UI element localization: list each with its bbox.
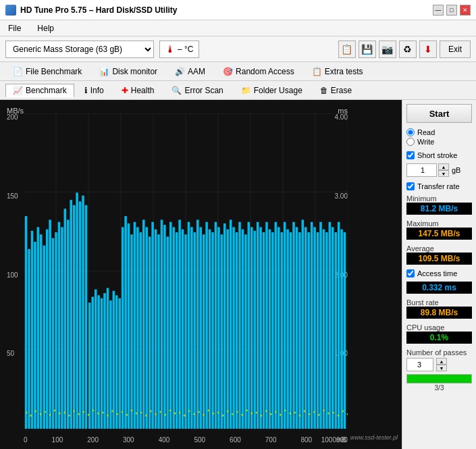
extra-tests-icon: 📋: [312, 67, 322, 76]
aam-label: AAM: [188, 67, 205, 76]
short-stroke-down[interactable]: ▼: [438, 170, 449, 177]
tab-random-access[interactable]: 🎯 Random Access: [215, 65, 302, 78]
read-radio-label[interactable]: Read: [406, 128, 472, 136]
svg-rect-78: [215, 222, 217, 429]
toolbar-icons: 📋 💾 📷 ♻ ⬇ Exit: [338, 41, 471, 58]
tab-aam[interactable]: 🔊 AAM: [167, 65, 213, 78]
svg-point-151: [164, 414, 166, 416]
icon-btn-4[interactable]: ♻: [399, 41, 417, 58]
svg-rect-66: [178, 219, 181, 429]
transfer-rate-checkbox[interactable]: [406, 182, 415, 190]
svg-point-181: [309, 413, 311, 415]
short-stroke-input[interactable]: [406, 163, 437, 177]
icon-btn-3[interactable]: 📷: [379, 41, 396, 58]
svg-rect-60: [161, 219, 163, 429]
passes-input[interactable]: [406, 358, 433, 371]
svg-rect-83: [230, 219, 232, 429]
svg-rect-23: [49, 219, 51, 429]
read-radio[interactable]: [406, 128, 415, 136]
access-time-checkbox-row[interactable]: Access time: [406, 269, 472, 278]
minimize-button[interactable]: —: [433, 5, 444, 16]
disk-monitor-label: Disk monitor: [112, 67, 157, 76]
average-block: Average 109.5 MB/s: [406, 244, 472, 265]
tabs-row-2: 📈 Benchmark ℹ Info ✚ Health 🔍 Error Scan…: [0, 81, 476, 100]
maximum-label: Maximum: [406, 219, 472, 228]
svg-point-142: [121, 411, 123, 413]
short-stroke-checkbox[interactable]: [406, 151, 415, 159]
start-button[interactable]: Start: [406, 104, 472, 123]
passes-row: ▲ ▼: [406, 358, 472, 371]
temperature-value: – °C: [178, 45, 193, 54]
svg-rect-67: [182, 230, 184, 429]
tab-file-benchmark[interactable]: 📄 File Benchmark: [5, 65, 89, 78]
device-select[interactable]: Generic Mass Storage (63 gB): [5, 41, 154, 58]
menu-help[interactable]: Help: [34, 22, 57, 34]
svg-rect-109: [307, 232, 310, 429]
icon-btn-5[interactable]: ⬇: [419, 41, 437, 58]
app-icon: [5, 5, 16, 16]
cpu-usage-block: CPU usage 0.1%: [406, 323, 472, 344]
svg-point-159: [203, 414, 205, 416]
svg-rect-91: [253, 231, 256, 429]
tab-folder-usage[interactable]: 📁 Folder Usage: [234, 84, 310, 97]
app-title: HD Tune Pro 5.75 – Hard Disk/SSD Utility: [20, 5, 178, 15]
tab-error-scan[interactable]: 🔍 Error Scan: [164, 84, 230, 97]
svg-rect-77: [211, 232, 214, 429]
short-stroke-up[interactable]: ▲: [438, 163, 449, 170]
tab-disk-monitor[interactable]: 📊 Disk monitor: [92, 65, 165, 78]
tab-erase[interactable]: 🗑 Erase: [313, 84, 359, 97]
tab-benchmark[interactable]: 📈 Benchmark: [5, 84, 74, 97]
read-write-group: Read Write: [406, 128, 472, 146]
svg-rect-57: [151, 222, 154, 429]
tab-info[interactable]: ℹ Info: [77, 84, 111, 97]
erase-label: Erase: [331, 86, 352, 95]
menu-bar: File Help: [0, 20, 476, 36]
exit-button[interactable]: Exit: [440, 41, 471, 58]
icon-btn-2[interactable]: 💾: [359, 41, 376, 58]
passes-down[interactable]: ▼: [436, 365, 447, 371]
svg-rect-51: [134, 222, 136, 429]
write-radio-label[interactable]: Write: [406, 138, 472, 146]
svg-rect-63: [169, 222, 172, 429]
svg-point-187: [337, 415, 339, 417]
tab-health[interactable]: ✚ Health: [114, 84, 162, 97]
svg-rect-41: [103, 293, 106, 429]
window-controls[interactable]: — □ ✕: [433, 5, 471, 16]
close-button[interactable]: ✕: [460, 5, 471, 16]
svg-rect-89: [248, 222, 250, 429]
svg-rect-94: [263, 232, 265, 429]
menu-file[interactable]: File: [5, 22, 24, 34]
svg-rect-55: [145, 227, 148, 429]
x-200: 200: [87, 436, 99, 444]
access-time-checkbox[interactable]: [406, 269, 415, 278]
svg-rect-30: [70, 200, 72, 429]
x-axis-unit: 1000mB: [321, 436, 346, 444]
write-radio[interactable]: [406, 138, 415, 146]
svg-point-130: [63, 411, 65, 413]
minimum-block: Minimum 81.2 MB/s: [406, 194, 472, 215]
svg-rect-74: [203, 234, 205, 429]
svg-rect-32: [76, 192, 78, 429]
svg-rect-113: [319, 222, 322, 429]
svg-rect-95: [265, 222, 268, 429]
y-axis-left: 200 150 100 50: [7, 113, 18, 429]
passes-up[interactable]: ▲: [436, 358, 447, 365]
svg-point-150: [159, 411, 161, 413]
health-label: Health: [131, 86, 155, 95]
tabs-row-1: 📄 File Benchmark 📊 Disk monitor 🔊 AAM 🎯 …: [0, 62, 476, 81]
icon-btn-1[interactable]: 📋: [338, 41, 356, 58]
svg-rect-102: [286, 230, 289, 429]
passes-block: Number of passes ▲ ▼ 3/3: [406, 348, 472, 392]
svg-rect-50: [130, 234, 133, 429]
svg-point-175: [280, 414, 282, 416]
svg-rect-19: [37, 227, 40, 429]
tab-extra-tests[interactable]: 📋 Extra tests: [305, 65, 371, 78]
short-stroke-checkbox-row[interactable]: Short stroke: [406, 151, 472, 159]
transfer-rate-checkbox-row[interactable]: Transfer rate: [406, 182, 472, 190]
svg-point-161: [213, 413, 215, 415]
svg-point-153: [174, 413, 176, 415]
maximize-button[interactable]: □: [446, 5, 457, 16]
short-stroke-label: Short stroke: [417, 151, 457, 159]
x-400: 400: [159, 436, 170, 444]
svg-point-141: [116, 413, 118, 415]
